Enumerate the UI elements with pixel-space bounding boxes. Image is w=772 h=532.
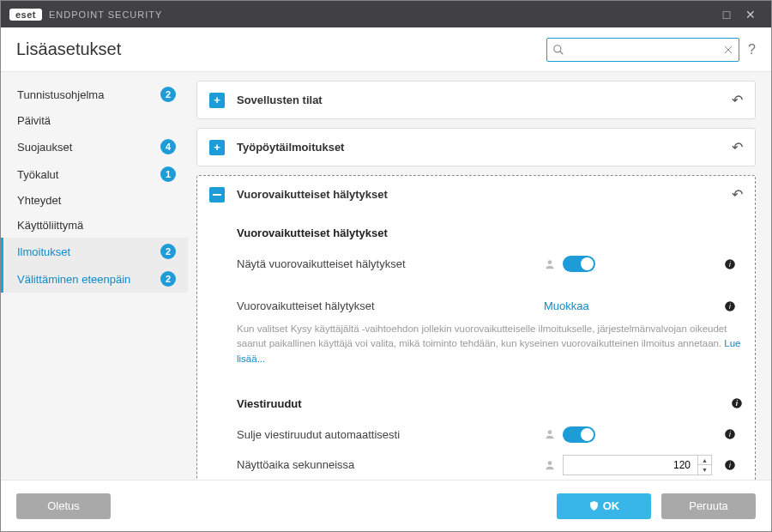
default-button[interactable]: Oletus <box>16 493 111 519</box>
seconds-input[interactable] <box>563 455 698 475</box>
panel-header[interactable]: + Sovellusten tilat ↶ <box>197 82 755 118</box>
sidebar-item-valittaminen[interactable]: Välittäminen eteenpäin2 <box>1 265 188 293</box>
row-label: Näyttöaika sekunneissa <box>237 458 544 471</box>
sidebar-item-label: Suojaukset <box>17 141 160 154</box>
sidebar-item-label: Tunnistusohjelma <box>17 88 160 101</box>
info-icon[interactable]: i <box>724 258 743 270</box>
window-close-icon[interactable]: ✕ <box>739 8 763 21</box>
search-icon <box>552 44 564 56</box>
info-icon[interactable]: i <box>724 459 743 471</box>
seconds-stepper[interactable]: ▲▼ <box>698 455 712 475</box>
page-title: Lisäasetukset <box>16 39 546 59</box>
sidebar-item-tunnistusohjelma[interactable]: Tunnistusohjelma2 <box>1 81 188 108</box>
panel-sovellusten-tilat: + Sovellusten tilat ↶ <box>196 81 756 119</box>
undo-icon[interactable]: ↶ <box>732 139 743 155</box>
sidebar: Tunnistusohjelma2 Päivitä Suojaukset4 Ty… <box>1 72 188 480</box>
sidebar-item-label: Työkalut <box>17 168 160 181</box>
window-maximize-icon[interactable]: □ <box>715 8 739 21</box>
panel-vuorovaikutteiset: Vuorovaikutteiset hälytykset ↶ Vuorovaik… <box>196 175 756 480</box>
search-input[interactable] <box>564 44 723 56</box>
panel-title: Työpöytäilmoitukset <box>237 141 732 154</box>
shield-icon <box>588 500 600 511</box>
ok-label: OK <box>603 499 620 512</box>
sidebar-item-paivita[interactable]: Päivitä <box>1 108 188 133</box>
svg-line-1 <box>560 51 564 54</box>
badge: 2 <box>160 87 176 102</box>
search-box[interactable] <box>546 38 739 62</box>
chevron-up-icon[interactable]: ▲ <box>698 456 711 466</box>
sidebar-item-label: Yhteydet <box>17 194 176 207</box>
cancel-button[interactable]: Peruuta <box>661 493 756 519</box>
row-label: Näytä vuorovaikutteiset hälytykset <box>237 257 544 270</box>
sidebar-item-label: Ilmoitukset <box>17 245 160 258</box>
badge: 1 <box>160 166 176 182</box>
panel-tyopoytailmoitukset: + Työpöytäilmoitukset ↶ <box>196 128 756 166</box>
toggle-show-alerts[interactable] <box>563 256 595 272</box>
row-label: Vuorovaikutteiset hälytykset <box>237 299 544 312</box>
sidebar-item-suojaukset[interactable]: Suojaukset4 <box>1 133 188 160</box>
user-icon <box>544 428 556 440</box>
sidebar-item-label: Käyttöliittymä <box>17 219 176 232</box>
sidebar-item-label: Välittäminen eteenpäin <box>17 273 160 286</box>
svg-point-11 <box>548 431 552 435</box>
description-text: Kun valitset Kysy käyttäjältä -vaihtoehd… <box>237 322 743 366</box>
user-icon <box>544 459 556 471</box>
info-icon[interactable]: i <box>724 428 743 440</box>
panel-header[interactable]: Vuorovaikutteiset hälytykset ↶ <box>197 176 755 213</box>
collapse-icon <box>209 187 225 203</box>
svg-text:i: i <box>729 431 731 438</box>
section-heading: Vuorovaikutteiset hälytykset <box>237 227 743 239</box>
panel-title: Vuorovaikutteiset hälytykset <box>237 188 732 201</box>
svg-point-0 <box>554 45 561 51</box>
ok-button[interactable]: OK <box>557 493 651 519</box>
product-name: ENDPOINT SECURITY <box>49 9 162 20</box>
svg-point-14 <box>548 461 552 465</box>
user-icon <box>544 258 556 270</box>
chevron-down-icon[interactable]: ▼ <box>698 465 711 475</box>
svg-point-4 <box>548 260 552 264</box>
undo-icon[interactable]: ↶ <box>732 186 743 203</box>
brand-badge: eset <box>9 9 42 21</box>
info-icon[interactable]: i <box>724 300 743 312</box>
badge: 2 <box>160 244 176 259</box>
panel-header[interactable]: + Työpöytäilmoitukset ↶ <box>197 129 755 166</box>
sidebar-item-tyokalut[interactable]: Työkalut1 <box>1 160 188 188</box>
help-icon[interactable]: ? <box>748 42 756 57</box>
expand-icon: + <box>209 93 225 108</box>
sidebar-item-yhteydet[interactable]: Yhteydet <box>1 188 188 213</box>
info-icon[interactable]: i <box>731 397 743 409</box>
sidebar-item-label: Päivitä <box>17 114 176 127</box>
expand-icon: + <box>209 140 225 155</box>
sidebar-item-kayttoliittyma[interactable]: Käyttöliittymä <box>1 213 188 238</box>
row-label: Sulje viestiruudut automaattisesti <box>237 428 544 441</box>
section-heading: Viestiruudut <box>237 397 302 410</box>
edit-alerts-link[interactable]: Muokkaa <box>544 299 589 312</box>
badge: 2 <box>160 271 176 287</box>
badge: 4 <box>160 139 176 154</box>
svg-text:i: i <box>729 260 731 268</box>
svg-text:i: i <box>729 462 731 469</box>
toggle-autoclose[interactable] <box>563 426 595 443</box>
sidebar-item-ilmoitukset[interactable]: Ilmoitukset2 <box>1 238 188 265</box>
panel-title: Sovellusten tilat <box>237 94 732 106</box>
undo-icon[interactable]: ↶ <box>732 92 743 108</box>
svg-text:i: i <box>729 302 731 310</box>
clear-search-icon[interactable] <box>723 45 733 55</box>
